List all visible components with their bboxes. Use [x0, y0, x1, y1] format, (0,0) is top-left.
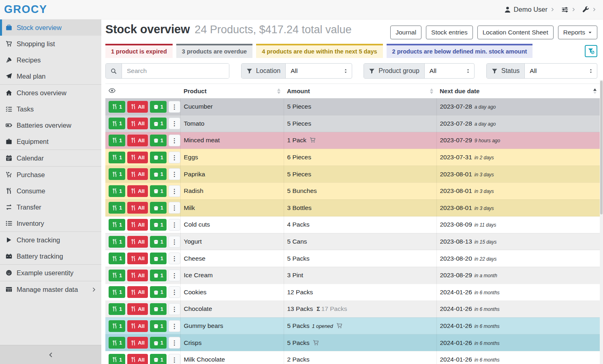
sidebar-item-purchase[interactable]: Purchase [0, 167, 101, 183]
row-menu-button[interactable]: ⋮ [169, 219, 180, 231]
sidebar-item-battery-tracking[interactable]: Battery tracking [0, 248, 101, 264]
consume-all-button[interactable]: All [127, 152, 148, 163]
consume-one-button[interactable]: 1 [109, 118, 125, 129]
open-one-button[interactable]: 1 [150, 270, 167, 281]
user-menu[interactable]: Demo User [504, 6, 555, 13]
consume-one-button[interactable]: 1 [109, 152, 125, 163]
sidebar-item-chores-overview[interactable]: Chores overview [0, 85, 101, 101]
row-menu-button[interactable]: ⋮ [169, 303, 180, 315]
open-one-button[interactable]: 1 [150, 101, 167, 113]
column-header-visibility[interactable] [105, 84, 180, 98]
product-name[interactable]: Chocolate [180, 301, 284, 318]
product-name[interactable]: Paprika [180, 166, 284, 183]
row-menu-button[interactable]: ⋮ [169, 118, 180, 129]
product-name[interactable]: Eggs [180, 149, 284, 166]
product-name[interactable]: Minced meat [180, 132, 284, 149]
row-menu-button[interactable]: ⋮ [169, 135, 180, 146]
consume-one-button[interactable]: 1 [109, 320, 125, 332]
open-one-button[interactable]: 1 [150, 152, 167, 163]
open-one-button[interactable]: 1 [150, 135, 167, 146]
clear-filters-button[interactable] [585, 45, 597, 57]
sidebar-collapse-button[interactable] [0, 345, 101, 364]
filter-status-select[interactable]: All [525, 64, 597, 78]
product-name[interactable]: Milk [180, 199, 284, 216]
row-menu-button[interactable]: ⋮ [169, 320, 180, 332]
product-name[interactable]: Ice Cream [180, 267, 284, 284]
sidebar-item-chore-tracking[interactable]: Chore tracking [0, 232, 101, 248]
sidebar-item-example-userentity[interactable]: Example userentity [0, 265, 101, 281]
row-menu-button[interactable]: ⋮ [169, 185, 180, 197]
consume-all-button[interactable]: All [127, 253, 148, 264]
open-one-button[interactable]: 1 [150, 354, 167, 364]
row-menu-button[interactable]: ⋮ [169, 286, 180, 298]
row-menu-button[interactable]: ⋮ [169, 253, 180, 264]
open-one-button[interactable]: 1 [150, 185, 167, 197]
column-header-amount[interactable]: Amount [284, 84, 436, 98]
filter-product-group-select[interactable]: All [425, 64, 474, 78]
open-one-button[interactable]: 1 [150, 337, 167, 349]
settings-menu[interactable] [561, 6, 576, 13]
consume-one-button[interactable]: 1 [109, 236, 125, 248]
consume-all-button[interactable]: All [127, 135, 148, 146]
consume-all-button[interactable]: All [127, 354, 148, 364]
row-menu-button[interactable]: ⋮ [169, 270, 180, 281]
reports-button[interactable]: Reports [558, 26, 597, 39]
row-menu-button[interactable]: ⋮ [169, 337, 180, 349]
open-one-button[interactable]: 1 [150, 303, 167, 315]
product-name[interactable]: Radish [180, 182, 284, 199]
row-menu-button[interactable]: ⋮ [169, 236, 180, 248]
consume-all-button[interactable]: All [127, 236, 148, 248]
row-menu-button[interactable]: ⋮ [169, 152, 180, 163]
open-one-button[interactable]: 1 [150, 168, 167, 180]
consume-one-button[interactable]: 1 [109, 286, 125, 298]
consume-all-button[interactable]: All [127, 101, 148, 113]
column-header-product[interactable]: Product [180, 84, 284, 98]
consume-one-button[interactable]: 1 [109, 202, 125, 214]
open-one-button[interactable]: 1 [150, 253, 167, 264]
sidebar-item-recipes[interactable]: Recipes [0, 52, 101, 68]
search-input[interactable] [122, 64, 229, 78]
consume-all-button[interactable]: All [127, 219, 148, 231]
product-name[interactable]: Cheese [180, 250, 284, 267]
sidebar-item-shopping-list[interactable]: Shopping list [0, 36, 101, 52]
consume-one-button[interactable]: 1 [109, 337, 125, 349]
sidebar-item-equipment[interactable]: Equipment [0, 133, 101, 150]
alert-overdue[interactable]: 3 products are overdue [176, 44, 252, 58]
row-menu-button[interactable]: ⋮ [169, 101, 180, 113]
product-name[interactable]: Cookies [180, 284, 284, 301]
consume-one-button[interactable]: 1 [109, 101, 125, 113]
alert-below-min[interactable]: 2 products are below defined min. stock … [387, 44, 533, 58]
filter-location-select[interactable]: All [286, 64, 352, 78]
open-one-button[interactable]: 1 [150, 320, 167, 332]
row-menu-button[interactable]: ⋮ [169, 202, 180, 214]
consume-one-button[interactable]: 1 [109, 168, 125, 180]
consume-one-button[interactable]: 1 [109, 219, 125, 231]
sidebar-item-inventory[interactable]: Inventory [0, 215, 101, 231]
consume-all-button[interactable]: All [127, 168, 148, 180]
consume-all-button[interactable]: All [127, 270, 148, 281]
product-name[interactable]: Cucumber [180, 98, 284, 116]
sidebar-item-consume[interactable]: Consume [0, 183, 101, 199]
row-menu-button[interactable]: ⋮ [169, 168, 180, 180]
sidebar-item-transfer[interactable]: Transfer [0, 199, 101, 215]
sidebar-item-batteries-overview[interactable]: Batteries overview [0, 117, 101, 133]
alert-expired[interactable]: 1 product is expired [105, 44, 173, 58]
scrollbar-thumb[interactable] [600, 81, 603, 214]
stock-entries-button[interactable]: Stock entries [426, 26, 473, 39]
consume-all-button[interactable]: All [127, 337, 148, 349]
alert-due-soon[interactable]: 4 products are due within the next 5 day… [256, 44, 383, 58]
consume-one-button[interactable]: 1 [109, 354, 125, 364]
product-name[interactable]: Yogurt [180, 233, 284, 250]
consume-all-button[interactable]: All [127, 303, 148, 315]
grocy-logo[interactable]: GROCY [4, 3, 47, 16]
consume-one-button[interactable]: 1 [109, 270, 125, 281]
consume-one-button[interactable]: 1 [109, 135, 125, 146]
journal-button[interactable]: Journal [390, 26, 421, 39]
consume-all-button[interactable]: All [127, 320, 148, 332]
admin-menu[interactable] [582, 6, 597, 13]
sidebar-item-meal-plan[interactable]: Meal plan [0, 68, 101, 84]
consume-one-button[interactable]: 1 [109, 253, 125, 264]
product-name[interactable]: Tomato [180, 115, 284, 132]
open-one-button[interactable]: 1 [150, 202, 167, 214]
open-one-button[interactable]: 1 [150, 219, 167, 231]
